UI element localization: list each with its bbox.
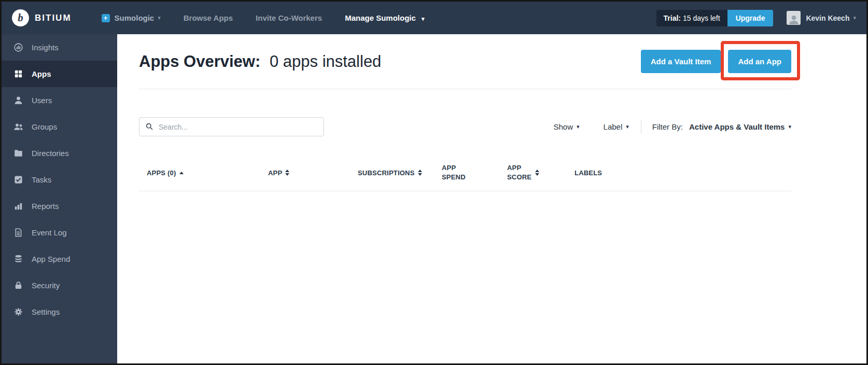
- trial-badge: Trial: 15 days left: [656, 10, 727, 26]
- sidebar-item-label: Reports: [32, 202, 59, 210]
- sidebar-item-users[interactable]: Users: [2, 87, 117, 114]
- sidebar-item-settings[interactable]: Settings: [2, 299, 117, 325]
- column-header-apps[interactable]: APPS (0): [147, 169, 268, 177]
- sidebar-item-app-spend[interactable]: App Spend: [2, 246, 117, 272]
- trial-prefix: Trial:: [664, 14, 681, 22]
- avatar: [787, 11, 801, 25]
- user-menu[interactable]: Kevin Keech ▾: [787, 11, 856, 25]
- nav-manage-org[interactable]: Manage Sumologic ▾: [345, 13, 424, 22]
- filter-by-prefix: Filter By:: [652, 122, 683, 131]
- sidebar-item-insights[interactable]: Insights: [2, 34, 117, 61]
- upgrade-button[interactable]: Upgrade: [727, 10, 774, 26]
- chevron-down-icon: ▾: [422, 16, 425, 22]
- sidebar-item-groups[interactable]: Groups: [2, 114, 117, 140]
- filter-by-dropdown[interactable]: Filter By: Active Apps & Vault Items ▾: [652, 122, 791, 131]
- chevron-down-icon: ▾: [788, 123, 791, 130]
- bitium-logo-icon[interactable]: b: [12, 9, 29, 26]
- sort-both-icon: [285, 170, 289, 176]
- sidebar-item-tasks[interactable]: Tasks: [2, 166, 117, 193]
- column-header-app[interactable]: APP: [268, 169, 358, 177]
- chevron-down-icon: ▾: [853, 15, 856, 21]
- lock-icon: [12, 280, 24, 290]
- folder-icon: [12, 148, 24, 158]
- column-label: APP SCORE: [507, 163, 532, 182]
- sidebar-item-label: Tasks: [32, 175, 51, 184]
- org-switcher[interactable]: + Sumologic ▾: [102, 13, 161, 22]
- org-name: Sumologic: [115, 13, 155, 22]
- sidebar-item-label: Users: [32, 96, 52, 105]
- column-header-subscriptions[interactable]: SUBSCRIPTIONS: [358, 169, 442, 177]
- nav-browse-apps[interactable]: Browse Apps: [184, 13, 233, 22]
- brand-name[interactable]: BITIUM: [35, 13, 72, 23]
- search-input[interactable]: [139, 117, 324, 136]
- sidebar-item-label: Directories: [32, 149, 69, 158]
- logo-letter: b: [18, 11, 23, 24]
- sidebar-item-label: Security: [32, 281, 60, 290]
- sort-asc-icon: [179, 172, 184, 174]
- sort-both-icon: [535, 170, 539, 176]
- document-icon: [12, 228, 24, 237]
- column-label: APP: [268, 169, 282, 177]
- show-dropdown[interactable]: Show ▾: [553, 122, 579, 131]
- app-window: b BITIUM + Sumologic ▾ Browse Apps Invit…: [0, 0, 868, 365]
- sidebar-item-apps[interactable]: Apps: [2, 61, 117, 87]
- label-label: Label: [604, 122, 623, 131]
- page-title-bold: Apps Overview:: [139, 52, 260, 71]
- column-header-app-score[interactable]: APP SCORE: [507, 163, 575, 182]
- insights-icon: [12, 43, 24, 52]
- divider: [139, 89, 791, 89]
- coins-icon: [12, 254, 24, 264]
- sidebar-item-label: Groups: [32, 122, 57, 131]
- chevron-down-icon: ▾: [158, 15, 161, 21]
- column-header-app-spend: APP SPEND: [442, 163, 507, 182]
- search-icon: [145, 122, 153, 131]
- chevron-down-icon: ▾: [626, 123, 629, 130]
- sort-both-icon: [418, 170, 422, 176]
- page-title: Apps Overview: 0 apps installed: [139, 52, 381, 71]
- sidebar-item-label: Apps: [32, 69, 51, 78]
- sidebar-item-label: Event Log: [32, 228, 67, 237]
- user-icon: [12, 95, 24, 105]
- table-header-row: APPS (0) APP SUBSCRIPTIONS APP SPEND: [139, 163, 791, 182]
- search-box: [139, 117, 324, 136]
- sidebar-item-directories[interactable]: Directories: [2, 140, 117, 166]
- trial-text: 15 days left: [683, 14, 720, 22]
- sidebar-item-label: Insights: [32, 43, 59, 52]
- plus-badge-icon: +: [102, 14, 110, 22]
- people-icon: [12, 122, 24, 132]
- apps-grid-icon: [12, 69, 24, 79]
- add-vault-item-button[interactable]: Add a Vault Item: [641, 50, 721, 73]
- add-an-app-button[interactable]: Add an App: [728, 50, 791, 73]
- show-label: Show: [553, 122, 573, 131]
- vertical-divider: [641, 120, 641, 134]
- gear-icon: [12, 307, 24, 317]
- sidebar-item-label: App Spend: [32, 255, 70, 263]
- topbar-right: Trial: 15 days left Upgrade Kevin Keech …: [656, 10, 856, 26]
- column-label: APP SPEND: [442, 163, 467, 182]
- page-title-count: 0 apps installed: [270, 52, 381, 71]
- column-label: LABELS: [575, 169, 602, 177]
- sidebar-item-event-log[interactable]: Event Log: [2, 219, 117, 246]
- user-name: Kevin Keech: [806, 14, 849, 22]
- column-header-labels: LABELS: [575, 169, 791, 177]
- nav-manage-label: Manage Sumologic: [345, 13, 416, 22]
- topbar: b BITIUM + Sumologic ▾ Browse Apps Invit…: [2, 2, 866, 34]
- sidebar-item-reports[interactable]: Reports: [2, 193, 117, 219]
- filter-by-value: Active Apps & Vault Items: [689, 122, 785, 131]
- sidebar-item-label: Settings: [32, 307, 60, 316]
- sidebar: Insights Apps Users Groups: [2, 34, 117, 363]
- chevron-down-icon: ▾: [577, 123, 580, 130]
- checkbox-check-icon: [12, 175, 24, 185]
- column-label: APPS (0): [147, 169, 176, 177]
- sidebar-item-security[interactable]: Security: [2, 272, 117, 299]
- main-panel: Apps Overview: 0 apps installed Add a Va…: [117, 34, 866, 363]
- nav-invite-coworkers[interactable]: Invite Co-Workers: [256, 13, 322, 22]
- bar-chart-icon: [12, 201, 24, 211]
- divider: [139, 191, 791, 191]
- label-dropdown[interactable]: Label ▾: [604, 122, 629, 131]
- column-label: SUBSCRIPTIONS: [358, 169, 415, 177]
